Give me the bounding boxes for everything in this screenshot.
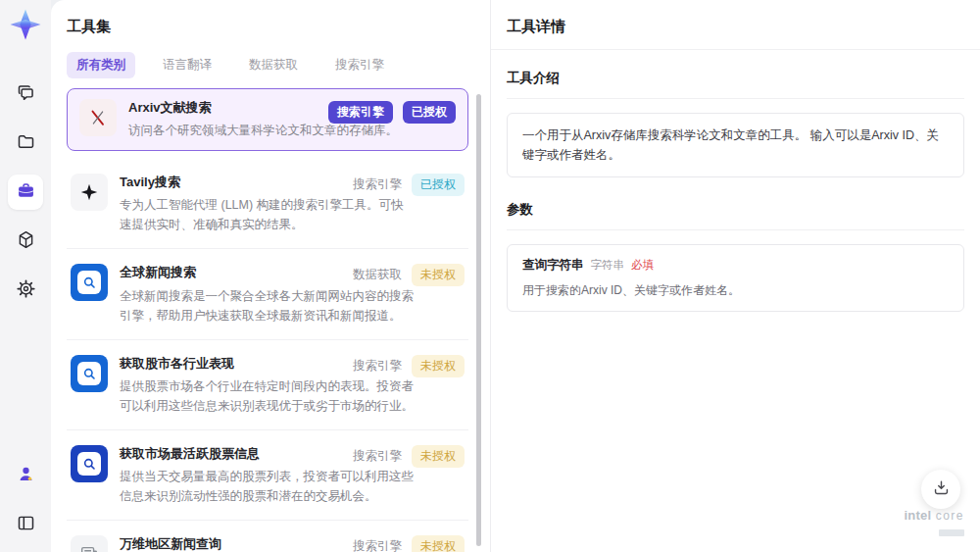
- intel-core-watermark: intel core: [904, 506, 964, 540]
- tool-card-sector-performance[interactable]: 获取股市各行业表现 提供股票市场各个行业在特定时间段内的表现。投资者可以利用这些…: [67, 340, 468, 430]
- auth-status-badge: 未授权: [412, 445, 465, 468]
- tools-list-header: 工具集 所有类别 语言翻译 数据获取 搜索引擎: [51, 0, 490, 88]
- tab-data-fetch[interactable]: 数据获取: [239, 52, 308, 78]
- auth-status-badge: 未授权: [412, 355, 465, 377]
- tools-list-panel: 工具集 所有类别 语言翻译 数据获取 搜索引擎 Arxiv文献搜索: [51, 0, 490, 552]
- tool-card-tavily[interactable]: Tavily搜索 专为人工智能代理 (LLM) 构建的搜索引擎工具。可快速提供实…: [67, 159, 468, 249]
- param-desc: 用于搜索的Arxiv ID、关键字或作者姓名。: [522, 282, 949, 299]
- user-icon: [16, 464, 36, 488]
- auth-status-badge: 未授权: [412, 264, 465, 286]
- auth-status-badge: 未授权: [412, 535, 465, 552]
- active-stocks-logo-icon: [71, 445, 108, 482]
- tavily-logo-icon: [71, 174, 108, 211]
- intel-logo-text: intel: [904, 508, 931, 523]
- auth-status-badge: 已授权: [412, 174, 465, 196]
- category-badge: 搜索引擎: [328, 101, 393, 124]
- sidebar-item-settings[interactable]: [8, 273, 43, 308]
- detail-header: 工具详情: [491, 0, 980, 50]
- param-type: 字符串: [591, 258, 625, 273]
- tool-card-arxiv[interactable]: Arxiv文献搜索 访问各个研究领域大量科学论文和文章的存储库。 搜索引擎 已授…: [67, 88, 468, 151]
- tool-desc: 提供当天交易量最高的股票列表，投资者可以利用这些信息来识别流动性强的股票和潜在的…: [120, 467, 416, 506]
- main-panel: 工具集 所有类别 语言翻译 数据获取 搜索引擎 Arxiv文献搜索: [51, 0, 980, 552]
- category-tabs: 所有类别 语言翻译 数据获取 搜索引擎: [67, 52, 474, 78]
- folder-icon: [16, 131, 36, 156]
- sidebar-item-plugins[interactable]: [8, 224, 43, 259]
- parameter-item: 查询字符串 字符串 必填 用于搜索的Arxiv ID、关键字或作者姓名。: [507, 244, 964, 312]
- sidebar-item-files[interactable]: [8, 125, 43, 161]
- download-button[interactable]: [921, 470, 960, 509]
- page-title: 工具集: [67, 18, 474, 36]
- tool-desc: 专为人工智能代理 (LLM) 构建的搜索引擎工具。可快速提供实时、准确和真实的结…: [120, 195, 416, 234]
- category-label: 搜索引擎: [353, 448, 402, 465]
- category-label: 数据获取: [353, 267, 402, 283]
- sidebar-item-tools[interactable]: [8, 175, 43, 210]
- chat-icon: [16, 82, 36, 107]
- list-scrollbar[interactable]: [476, 94, 481, 546]
- detail-title: 工具详情: [507, 18, 964, 36]
- param-name: 查询字符串: [522, 257, 584, 274]
- category-label: 搜索引擎: [353, 358, 402, 375]
- auth-status-badge: 已授权: [403, 101, 456, 124]
- params-heading: 参数: [507, 187, 964, 230]
- global-news-logo-icon: [71, 264, 108, 301]
- tab-all-categories[interactable]: 所有类别: [67, 52, 135, 78]
- arxiv-logo-icon: [79, 99, 117, 136]
- briefcase-icon: [16, 180, 36, 205]
- tool-card-global-news[interactable]: 全球新闻搜索 全球新闻搜索是一个聚合全球各大新闻网站内容的搜索引擎，帮助用户快速…: [67, 249, 468, 339]
- tool-desc: 提供股票市场各个行业在特定时间段内的表现。投资者可以利用这些信息来识别表现优于或…: [120, 376, 416, 416]
- core-logo-text: core: [936, 509, 964, 523]
- intro-heading: 工具介绍: [507, 56, 964, 99]
- tab-language-translation[interactable]: 语言翻译: [153, 52, 221, 78]
- param-required-flag: 必填: [631, 258, 654, 273]
- user-avatar[interactable]: [8, 458, 43, 493]
- app-logo-icon[interactable]: [9, 8, 42, 41]
- tool-desc: 访问各个研究领域大量科学论文和文章的存储库。: [128, 121, 424, 140]
- cube-icon: [16, 229, 36, 254]
- tool-card-regional-news[interactable]: 万维地区新闻查询 查询具体行政区划内的新闻，快速了解各地新闻动 搜索引擎 未授权: [67, 521, 468, 552]
- tool-card-most-active-stocks[interactable]: 获取市场最活跃股票信息 提供当天交易量最高的股票列表，投资者可以利用这些信息来识…: [67, 430, 468, 521]
- tab-search-engine[interactable]: 搜索引擎: [325, 52, 394, 78]
- tool-desc: 全球新闻搜索是一个聚合全球各大新闻网站内容的搜索引擎，帮助用户快速获取全球最新资…: [120, 286, 416, 326]
- collapse-sidebar-button[interactable]: [8, 507, 43, 542]
- tool-intro-text: 一个用于从Arxiv存储库搜索科学论文和文章的工具。 输入可以是Arxiv ID…: [507, 113, 964, 177]
- tools-list: Arxiv文献搜索 访问各个研究领域大量科学论文和文章的存储库。 搜索引擎 已授…: [51, 88, 490, 552]
- category-label: 搜索引擎: [353, 176, 402, 193]
- tool-detail-panel: 工具详情 工具介绍 一个用于从Arxiv存储库搜索科学论文和文章的工具。 输入可…: [490, 0, 980, 552]
- sidebar-rail: [0, 0, 51, 552]
- newspaper-icon: [71, 535, 108, 552]
- gear-icon: [16, 278, 36, 303]
- panel-collapse-icon: [16, 513, 36, 537]
- category-label: 搜索引擎: [353, 538, 402, 552]
- download-icon: [932, 478, 951, 501]
- sidebar-item-chat[interactable]: [8, 76, 43, 112]
- intel-ultra-mark: [939, 529, 964, 536]
- sector-performance-logo-icon: [71, 355, 108, 392]
